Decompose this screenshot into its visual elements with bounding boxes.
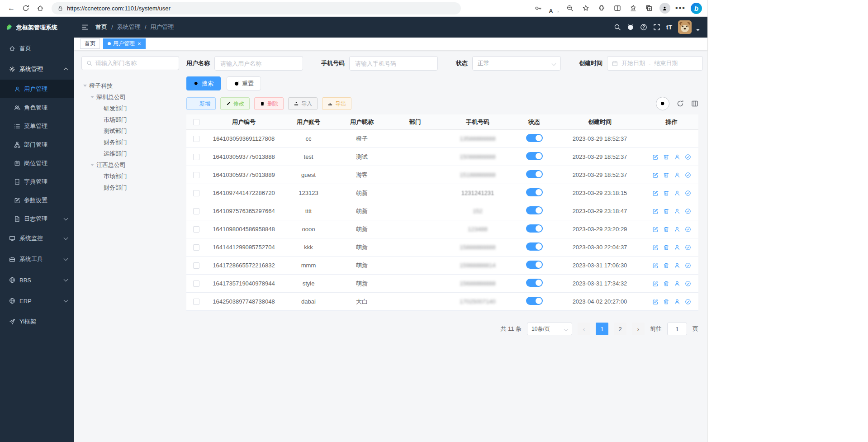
tree-node[interactable]: 财务部门 <box>81 137 179 148</box>
status-toggle[interactable] <box>526 188 543 196</box>
favorites-icon[interactable] <box>579 2 592 14</box>
status-select[interactable]: 正常 <box>472 56 561 71</box>
assign-role-icon[interactable] <box>685 262 691 269</box>
reset-password-icon[interactable] <box>674 244 680 251</box>
sidebar-item-post-mgmt[interactable]: 岗位管理 <box>0 154 74 172</box>
tree-node[interactable]: 研发部门 <box>81 103 179 114</box>
status-toggle[interactable] <box>526 206 543 214</box>
goto-page-input[interactable] <box>667 323 687 335</box>
status-toggle[interactable] <box>526 170 543 178</box>
tree-node[interactable]: 江西总公司 <box>81 159 179 171</box>
edit-icon[interactable] <box>652 154 659 160</box>
zoom-out-icon[interactable] <box>563 2 576 14</box>
search-icon[interactable] <box>614 24 621 31</box>
reset-button[interactable]: 重置 <box>227 76 261 90</box>
row-checkbox[interactable] <box>193 154 199 160</box>
sidebar-item-yi-framework[interactable]: Yi框架 <box>0 311 74 332</box>
status-toggle[interactable] <box>526 242 543 251</box>
status-toggle[interactable] <box>526 134 543 142</box>
row-checkbox[interactable] <box>193 244 199 251</box>
split-screen-icon[interactable] <box>611 2 624 14</box>
sidebar-item-user-mgmt[interactable]: 用户管理 <box>0 80 74 98</box>
copilot-icon[interactable]: b <box>690 2 703 14</box>
edit-icon[interactable] <box>652 262 659 269</box>
reset-password-icon[interactable] <box>674 208 680 214</box>
address-bar[interactable]: https://ccnetcore.com:1101/system/user <box>52 2 461 14</box>
refresh-icon[interactable] <box>19 2 33 14</box>
reset-password-icon[interactable] <box>674 172 680 178</box>
sidebar-item-system-tools[interactable]: 系统工具 <box>0 249 74 270</box>
edit-icon[interactable] <box>652 190 659 196</box>
github-icon[interactable] <box>627 24 634 31</box>
grid-icon[interactable] <box>691 100 698 107</box>
breadcrumb-item[interactable]: 系统管理 <box>117 23 141 31</box>
extensions-icon[interactable] <box>595 2 608 14</box>
reset-password-icon[interactable] <box>674 190 680 196</box>
assign-role-icon[interactable] <box>685 172 691 178</box>
row-checkbox[interactable] <box>193 172 199 178</box>
tab-home[interactable]: 首页 <box>80 38 100 49</box>
dept-search-box[interactable] <box>81 56 179 70</box>
import-button[interactable]: 导入 <box>288 97 318 110</box>
select-all-checkbox[interactable] <box>193 119 199 125</box>
tree-node[interactable]: 财务部门 <box>81 182 179 193</box>
page-size-select[interactable]: 10条/页 <box>527 323 572 335</box>
reset-password-icon[interactable] <box>674 299 680 305</box>
export-button[interactable]: 导出 <box>322 97 351 110</box>
collections-icon[interactable] <box>642 2 655 14</box>
search-button[interactable]: 搜索 <box>186 76 221 90</box>
tree-node[interactable]: 市场部门 <box>81 171 179 182</box>
tree-node[interactable]: 运维部门 <box>81 148 179 159</box>
assign-role-icon[interactable] <box>685 208 691 214</box>
delete-icon[interactable] <box>663 299 669 305</box>
page-button-1[interactable]: 1 <box>596 323 608 335</box>
row-checkbox[interactable] <box>193 280 199 287</box>
page-button-2[interactable]: 2 <box>614 323 626 335</box>
user-avatar[interactable] <box>678 20 692 34</box>
read-aloud-icon[interactable]: A <box>547 2 560 14</box>
sidebar-item-menu-mgmt[interactable]: 菜单管理 <box>0 117 74 135</box>
status-toggle[interactable] <box>526 279 543 287</box>
reset-password-icon[interactable] <box>674 226 680 233</box>
row-checkbox[interactable] <box>193 299 199 305</box>
edit-icon[interactable] <box>652 226 659 233</box>
row-checkbox[interactable] <box>193 262 199 269</box>
delete-icon[interactable] <box>663 190 669 196</box>
assign-role-icon[interactable] <box>685 280 691 287</box>
delete-icon[interactable] <box>663 226 669 233</box>
date-range-picker[interactable]: 开始日期 - 结束日期 <box>607 56 703 71</box>
row-checkbox[interactable] <box>193 190 199 196</box>
delete-icon[interactable] <box>663 244 669 251</box>
tree-node[interactable]: 市场部门 <box>81 114 179 125</box>
assign-role-icon[interactable] <box>685 299 691 305</box>
close-icon[interactable]: × <box>138 41 141 47</box>
home-icon[interactable] <box>33 2 47 14</box>
delete-icon[interactable] <box>663 280 669 287</box>
key-icon[interactable] <box>531 2 545 14</box>
reset-password-icon[interactable] <box>674 262 680 269</box>
prev-page-button[interactable]: ‹ <box>578 323 590 335</box>
row-checkbox[interactable] <box>193 208 199 214</box>
sidebar-item-bbs[interactable]: BBS <box>0 270 74 290</box>
reset-password-icon[interactable] <box>674 280 680 287</box>
chevron-down-icon[interactable] <box>696 29 700 31</box>
tree-node[interactable]: 橙子科技 <box>81 80 179 91</box>
sidebar-item-dept-mgmt[interactable]: 部门管理 <box>0 135 74 154</box>
help-icon[interactable] <box>640 24 647 31</box>
sidebar-item-home[interactable]: 首页 <box>0 38 74 59</box>
tree-node[interactable]: 测试部门 <box>81 125 179 137</box>
username-input[interactable] <box>214 56 303 71</box>
tab-user-mgmt[interactable]: 用户管理 × <box>103 38 146 49</box>
sidebar-item-param-settings[interactable]: 参数设置 <box>0 191 74 209</box>
refresh-icon[interactable] <box>677 100 684 107</box>
font-size-icon[interactable]: tT <box>666 24 672 31</box>
assign-role-icon[interactable] <box>685 190 691 196</box>
edit-button[interactable]: 修改 <box>220 97 250 110</box>
dept-search-input[interactable] <box>95 60 174 67</box>
breadcrumb-item[interactable]: 首页 <box>95 23 107 31</box>
sidebar-item-erp[interactable]: ERP <box>0 290 74 311</box>
delete-button[interactable]: 删除 <box>254 97 284 110</box>
status-toggle[interactable] <box>526 297 543 305</box>
sidebar-item-log-mgmt[interactable]: 日志管理 <box>0 209 74 228</box>
edit-icon[interactable] <box>652 299 659 305</box>
